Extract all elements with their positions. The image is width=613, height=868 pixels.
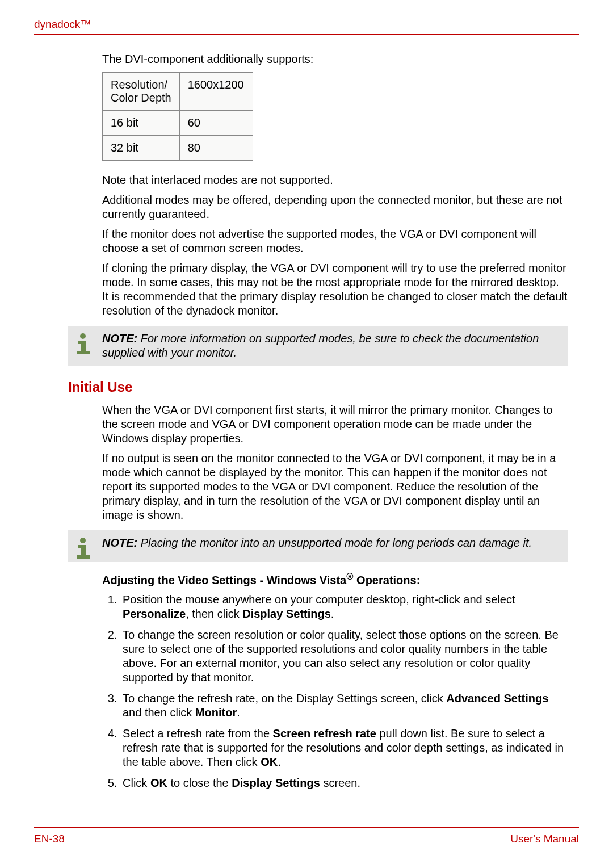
step-bold: Screen refresh rate — [273, 727, 376, 740]
list-item: Position the mouse anywhere on your comp… — [120, 593, 568, 621]
step-text: , then click — [186, 607, 242, 620]
resolution-table: Resolution/ Color Depth 1600x1200 16 bit… — [102, 72, 253, 161]
body-paragraph: If cloning the primary display, the VGA … — [102, 261, 568, 318]
list-item: To change the refresh rate, on the Displ… — [120, 691, 568, 720]
step-text: Select a refresh rate from the — [123, 727, 273, 740]
footer-doc-title: User's Manual — [510, 833, 579, 845]
svg-rect-6 — [81, 545, 86, 556]
table-cell-hz: 80 — [179, 136, 253, 161]
svg-rect-3 — [77, 351, 90, 354]
note-body: For more information on supported modes,… — [102, 332, 539, 359]
list-item: Click OK to close the Display Settings s… — [120, 776, 568, 790]
step-text: and then click — [123, 706, 195, 719]
info-icon — [70, 535, 95, 560]
step-text: to close the — [167, 777, 232, 789]
step-bold: Display Settings — [242, 607, 331, 620]
table-row: 16 bit 60 — [103, 111, 253, 136]
header-rule — [34, 34, 579, 35]
step-bold: Display Settings — [232, 777, 320, 789]
note-body: Placing the monitor into an unsupported … — [137, 536, 532, 549]
list-item: Select a refresh rate from the Screen re… — [120, 727, 568, 769]
note-text: NOTE: Placing the monitor into an unsupp… — [102, 536, 532, 550]
step-text: screen. — [320, 777, 360, 789]
svg-rect-7 — [77, 555, 90, 559]
step-bold: OK — [261, 756, 278, 768]
header-product: dynadock™ — [34, 18, 579, 31]
footer-rule — [34, 827, 579, 828]
table-row: 32 bit 80 — [103, 136, 253, 161]
step-text: Position the mouse anywhere on your comp… — [123, 593, 515, 606]
sub-heading-pre: Adjusting the Video Settings - Windows V… — [102, 574, 346, 586]
footer-page-number: EN-38 — [34, 833, 65, 845]
body-paragraph: When the VGA or DVI component first star… — [102, 403, 568, 446]
note-label: NOTE: — [102, 332, 137, 345]
info-icon — [70, 330, 95, 355]
step-text: . — [278, 756, 281, 768]
step-text: Click — [123, 777, 150, 789]
intro-text: The DVI-component additionally supports: — [102, 52, 568, 66]
section-heading-initial-use: Initial Use — [68, 379, 579, 395]
list-item: To change the screen resolution or color… — [120, 628, 568, 685]
note-box: NOTE: For more information on supported … — [68, 326, 568, 366]
body-paragraph: Additional modes may be offered, dependi… — [102, 193, 568, 221]
registered-symbol: ® — [346, 571, 353, 582]
step-text: . — [331, 607, 334, 620]
sub-heading-post: Operations: — [354, 574, 421, 586]
step-text: To change the refresh rate, on the Displ… — [123, 692, 446, 705]
step-bold: OK — [150, 777, 167, 789]
note-box: NOTE: Placing the monitor into an unsupp… — [68, 530, 568, 562]
body-paragraph: If no output is seen on the monitor conn… — [102, 451, 568, 522]
svg-rect-2 — [81, 341, 86, 352]
note-label: NOTE: — [102, 536, 137, 549]
page-footer: EN-38 User's Manual — [34, 827, 579, 845]
steps-list: Position the mouse anywhere on your comp… — [102, 593, 568, 790]
table-header-right: 1600x1200 — [179, 73, 253, 111]
table-cell-hz: 60 — [179, 111, 253, 136]
note-text: NOTE: For more information on supported … — [102, 332, 560, 360]
table-cell-depth: 16 bit — [103, 111, 180, 136]
table-header-left: Resolution/ Color Depth — [103, 73, 180, 111]
svg-point-0 — [80, 333, 86, 339]
step-bold: Monitor — [195, 706, 237, 719]
step-bold: Personalize — [123, 607, 186, 620]
body-paragraph: Note that interlaced modes are not suppo… — [102, 173, 568, 187]
body-paragraph: If the monitor does not advertise the su… — [102, 227, 568, 255]
svg-point-4 — [80, 538, 86, 543]
table-row: Resolution/ Color Depth 1600x1200 — [103, 73, 253, 111]
step-bold: Advanced Settings — [446, 692, 548, 705]
step-text: . — [237, 706, 240, 719]
sub-heading: Adjusting the Video Settings - Windows V… — [102, 571, 568, 587]
table-cell-depth: 32 bit — [103, 136, 180, 161]
